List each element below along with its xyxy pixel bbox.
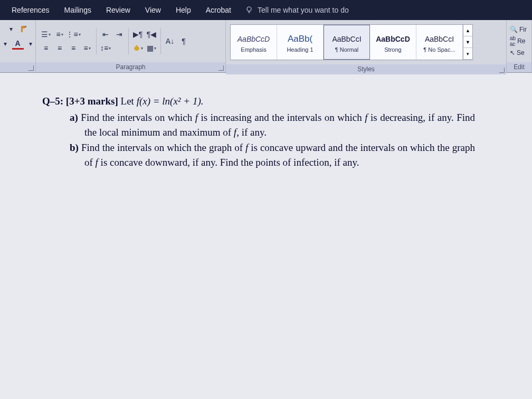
question-part-b: b) Find the intervals on which the graph…	[68, 140, 475, 170]
style-preview: AaBbCcD	[376, 32, 410, 46]
tab-review[interactable]: Review	[99, 0, 138, 20]
scroll-down-icon[interactable]: ▼	[463, 36, 472, 48]
search-icon: 🔍	[510, 26, 518, 33]
ltr-icon[interactable]: ▶¶	[132, 28, 144, 40]
cursor-icon: ↖	[510, 49, 515, 56]
style-name: Heading 1	[287, 46, 313, 53]
editing-group: 🔍Fir abacRe ↖Se Edit	[507, 20, 532, 72]
style-name: Strong	[384, 46, 401, 53]
dialog-launcher-icon[interactable]	[218, 65, 224, 71]
group-label-paragraph: Paragraph	[36, 62, 225, 72]
align-center-icon[interactable]: ≡	[54, 42, 65, 54]
styles-gallery: AaBbCcD Emphasis AaBb( Heading 1 AaBbCcI…	[230, 24, 473, 60]
tab-view[interactable]: View	[138, 0, 168, 20]
bullets-icon[interactable]: ☰▾	[40, 28, 52, 40]
paragraph-group: ☰▾ ≡▾ ⋮≡▾ ≡ ≡ ≡ ≡▾ ⇤ ⇥ ↕≡▾	[36, 20, 226, 72]
style-preview: AaBbCcD	[238, 32, 270, 46]
font-group: ▾ ▾ A ▾	[0, 20, 36, 72]
align-left-icon[interactable]: ≡	[40, 42, 52, 54]
svg-point-0	[247, 7, 251, 11]
group-label-editing: Edit	[507, 62, 531, 72]
style-strong[interactable]: AaBbCcD Strong	[370, 25, 416, 60]
style-name: ¶ Normal	[335, 46, 358, 53]
dialog-launcher-icon[interactable]	[499, 68, 505, 73]
style-heading1[interactable]: AaBb( Heading 1	[277, 25, 324, 60]
dropdown-icon[interactable]: ▾	[26, 39, 35, 49]
style-nospacing[interactable]: AaBbCcI ¶ No Spac...	[416, 25, 463, 60]
justify-icon[interactable]: ≡▾	[81, 42, 93, 54]
align-right-icon[interactable]: ≡	[68, 42, 79, 54]
tab-mailings[interactable]: Mailings	[57, 0, 99, 20]
font-color-icon[interactable]: A	[12, 38, 24, 50]
show-marks-icon[interactable]: ¶	[178, 35, 189, 47]
select-button[interactable]: ↖Se	[510, 49, 527, 56]
ribbon-body: ▾ ▾ A ▾ ☰▾ ≡▾ ⋮≡▾ ≡	[0, 20, 532, 73]
group-label-font	[0, 62, 35, 72]
gallery-scroll: ▲ ▼ ▾	[463, 25, 472, 60]
question-part-a: a) Find the intervals on which f is incr…	[68, 110, 475, 140]
line-spacing-icon[interactable]: ↕≡▾	[100, 42, 111, 54]
document-content: Q–5: [3+3 marks] Let f(x) = ln(x² + 1). …	[42, 94, 475, 170]
borders-icon[interactable]: ▦▾	[146, 42, 157, 54]
style-emphasis[interactable]: AaBbCcD Emphasis	[231, 25, 277, 60]
tab-acrobat[interactable]: Acrobat	[198, 0, 239, 20]
dialog-launcher-icon[interactable]	[28, 65, 34, 71]
format-painter-icon[interactable]	[18, 23, 30, 35]
numbering-icon[interactable]: ≡▾	[54, 28, 65, 40]
replace-icon: abac	[510, 35, 516, 47]
scroll-up-icon[interactable]: ▲	[463, 25, 472, 36]
tab-references[interactable]: References	[4, 0, 57, 20]
lightbulb-icon	[245, 6, 253, 14]
style-preview: AaBb(	[288, 32, 312, 46]
style-name: Emphasis	[241, 46, 266, 53]
group-label-styles: Styles	[226, 64, 506, 74]
style-preview: AaBbCcI	[332, 32, 361, 46]
style-preview: AaBbCcI	[425, 32, 454, 46]
tab-help[interactable]: Help	[168, 0, 198, 20]
dropdown-icon[interactable]: ▾	[1, 39, 10, 49]
rtl-icon[interactable]: ¶◀	[146, 28, 157, 40]
question-heading: Q–5: [3+3 marks] Let f(x) = ln(x² + 1).	[42, 94, 475, 109]
replace-button[interactable]: abacRe	[510, 35, 527, 47]
tell-me-label: Tell me what you want to do	[258, 6, 349, 14]
multilevel-icon[interactable]: ⋮≡▾	[68, 28, 79, 40]
gallery-more-icon[interactable]: ▾	[463, 48, 472, 60]
tell-me-search[interactable]: Tell me what you want to do	[245, 6, 349, 14]
dropdown-icon[interactable]: ▾	[6, 24, 16, 34]
decrease-indent-icon[interactable]: ⇤	[100, 28, 111, 40]
find-button[interactable]: 🔍Fir	[510, 26, 527, 33]
document-area[interactable]: Q–5: [3+3 marks] Let f(x) = ln(x² + 1). …	[0, 73, 532, 399]
ribbon-tabs: References Mailings Review View Help Acr…	[0, 0, 532, 20]
style-name: ¶ No Spac...	[423, 46, 455, 53]
sort-icon[interactable]: A↓	[164, 35, 176, 47]
styles-group: AaBbCcD Emphasis AaBb( Heading 1 AaBbCcI…	[226, 20, 507, 72]
increase-indent-icon[interactable]: ⇥	[113, 28, 125, 40]
style-normal[interactable]: AaBbCcI ¶ Normal	[324, 25, 370, 60]
shading-icon[interactable]: ▾	[132, 42, 144, 54]
